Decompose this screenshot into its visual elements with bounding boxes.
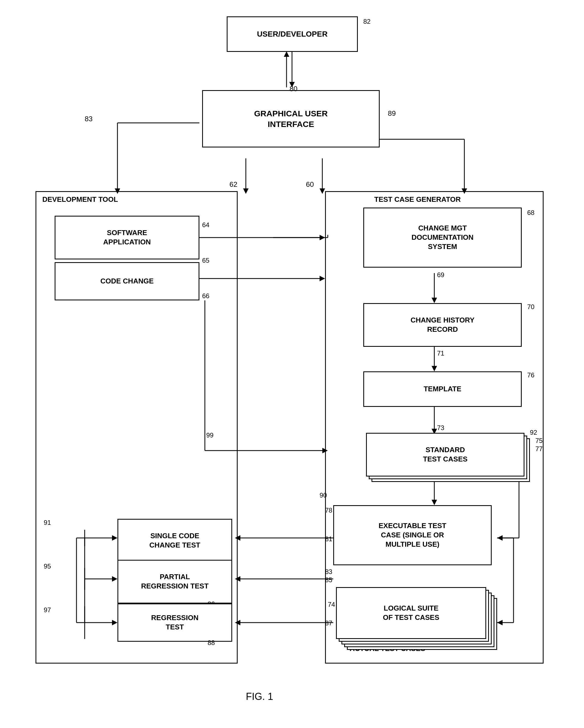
- ref-77: 77: [535, 445, 543, 453]
- ref-69: 69: [437, 271, 445, 279]
- ref-82: 82: [363, 18, 371, 25]
- ref-76: 76: [527, 371, 535, 379]
- diagram: USER/DEVELOPER 82 GRAPHICAL USERINTERFAC…: [0, 0, 584, 728]
- change-mgt-box: CHANGE MGTDOCUMENTATIONSYSTEM: [363, 208, 522, 268]
- gui-box: GRAPHICAL USERINTERFACE: [202, 90, 380, 148]
- software-application-box: SOFTWAREAPPLICATION: [55, 216, 199, 259]
- logical-suite-box: LOGICAL SUITEOF TEST CASES: [336, 587, 486, 639]
- ref-97: 97: [44, 606, 51, 614]
- ref-85: 85: [325, 576, 332, 584]
- partial-regression-box: PARTIALREGRESSION TEST: [118, 560, 232, 603]
- ref-81: 81: [325, 535, 332, 543]
- standard-test-cases-box: STANDARDTEST CASES: [366, 433, 525, 476]
- ref-66: 66: [202, 292, 209, 300]
- svg-marker-13: [320, 188, 325, 194]
- ref-75: 75: [535, 437, 543, 445]
- ref-87: 87: [325, 619, 332, 627]
- change-history-box: CHANGE HISTORYRECORD: [363, 303, 522, 347]
- single-code-box: SINGLE CODECHANGE TEST: [118, 519, 232, 563]
- ref-73: 73: [437, 424, 445, 432]
- development-tool-label: DEVELOPMENT TOOL: [42, 195, 118, 204]
- ref-90: 90: [320, 492, 327, 499]
- ref-99: 99: [206, 432, 213, 439]
- ref-83-left: 83: [85, 115, 93, 123]
- ref-80: 80: [289, 85, 298, 93]
- ref-95: 95: [44, 563, 51, 570]
- ref-71: 71: [437, 349, 445, 357]
- ref-88: 88: [208, 639, 215, 647]
- executable-test-box: EXECUTABLE TESTCASE (SINGLE ORMULTIPLE U…: [333, 505, 492, 565]
- ref-78: 78: [325, 506, 332, 514]
- ref-70: 70: [527, 303, 535, 311]
- template-box: TEMPLATE: [363, 371, 522, 407]
- ref-62: 62: [229, 180, 237, 189]
- ref-91: 91: [44, 519, 51, 526]
- figure-label: FIG. 1: [246, 691, 273, 702]
- ref-92: 92: [530, 429, 537, 436]
- ref-89: 89: [388, 109, 396, 118]
- regression-box: REGRESSIONTEST: [118, 603, 232, 642]
- user-developer-box: USER/DEVELOPER: [227, 17, 358, 52]
- tcg-label: TEST CASE GENERATOR: [374, 195, 461, 204]
- ref-60: 60: [306, 180, 314, 189]
- svg-marker-11: [243, 188, 249, 194]
- svg-marker-3: [284, 51, 289, 57]
- ref-68: 68: [527, 209, 535, 216]
- svg-marker-17: [320, 276, 325, 281]
- ref-64: 64: [202, 221, 209, 229]
- ref-83b: 83: [325, 568, 332, 576]
- code-change-box: CODE CHANGE: [55, 262, 199, 301]
- ref-65: 65: [202, 257, 209, 264]
- ref-74: 74: [328, 601, 335, 608]
